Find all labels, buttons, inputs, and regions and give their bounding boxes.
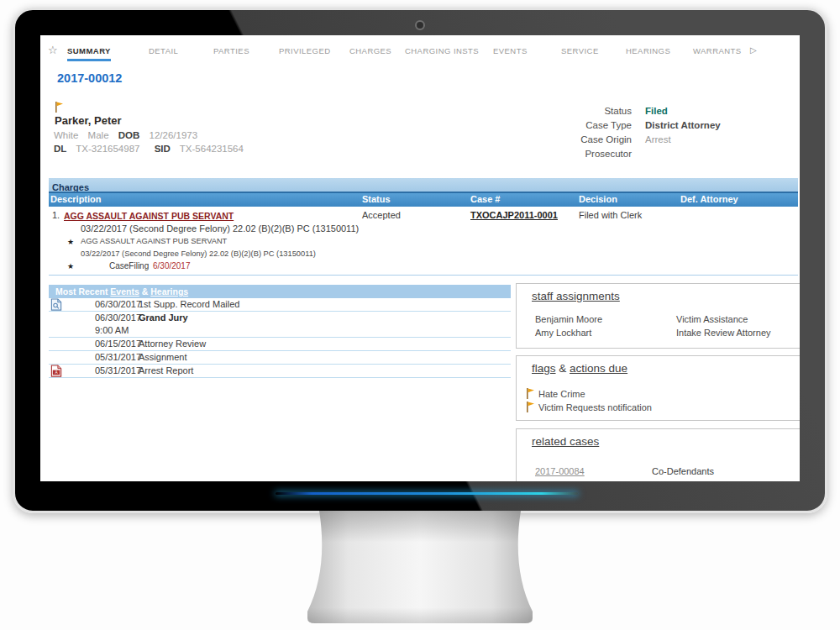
tab-detail[interactable]: DETAIL (149, 46, 178, 55)
monitor-frame: ☆ SUMMARY DETAIL PARTIES PRIVILEGED CHAR… (13, 8, 827, 513)
related-case-number-link[interactable]: 2017-00084 (535, 466, 585, 476)
sub-charge-statute: 03/22/2017 (Second Degree Felony) 22.02 … (81, 249, 316, 258)
defendant-sex: Male (88, 130, 109, 140)
col-status: Status (362, 194, 391, 204)
favorite-star-icon[interactable]: ☆ (48, 44, 58, 56)
charges-table-row: 1. AGG ASSAULT AGAINST PUB SERVANT Accep… (49, 207, 798, 276)
event-date: 06/15/2017 (95, 339, 141, 349)
recent-events-panel: Most Recent Events & Hearings 06/30/2017… (49, 285, 511, 378)
charge-description-link[interactable]: AGG ASSAULT AGAINST PUB SERVANT (64, 211, 234, 221)
flag-icon (526, 388, 535, 399)
staff-role: Victim Assistance (676, 314, 748, 324)
staff-name: Amy Lockhart (535, 328, 591, 338)
tab-parties[interactable]: PARTIES (213, 46, 249, 55)
actions-due-link[interactable]: actions due (570, 362, 627, 375)
prosecutor-label: Prosecutor (494, 147, 632, 161)
related-cases-link[interactable]: related cases (532, 435, 599, 448)
charges-section: Charges Description Status Case # Decisi… (49, 178, 798, 276)
event-date: 05/31/2017 (95, 365, 141, 375)
tab-events[interactable]: EVENTS (493, 46, 528, 55)
sid-value: TX-564231564 (180, 144, 244, 154)
staff-assignments-title: staff assignments (532, 290, 620, 302)
defendant-demographics: White Male DOB 12/26/1973 (54, 130, 197, 140)
flag-label: Victim Requests notification (538, 402, 652, 412)
case-filing-date: 6/30/2017 (153, 261, 191, 270)
dl-label: DL (54, 144, 66, 154)
hearings-link[interactable]: Hearings (150, 286, 188, 297)
dl-value: TX-321654987 (76, 144, 139, 154)
power-glow-strip (276, 492, 578, 495)
monitor-stand (290, 511, 550, 630)
col-description: Description (50, 194, 102, 204)
defendant-race: White (54, 130, 78, 140)
case-origin-label: Case Origin (494, 133, 632, 147)
status-label: Status (494, 104, 632, 118)
flag-item: Hate Crime (526, 388, 585, 399)
case-type-value: District Attorney (645, 118, 800, 133)
sid-label: SID (155, 144, 171, 154)
tab-charging-insts[interactable]: CHARGING INSTS (405, 46, 479, 55)
related-cases-title: related cases (532, 435, 599, 448)
event-date: 06/30/2017 (95, 312, 141, 323)
dob-value: 12/26/1973 (150, 130, 198, 140)
tab-warrants[interactable]: WARRANTS (693, 46, 742, 55)
star-bullet-icon: ★ (67, 262, 74, 270)
case-type-label: Case Type (494, 118, 632, 133)
events-header-prefix: Most Recent (55, 286, 110, 297)
event-row: 06/15/2017 Attorney Review (49, 338, 511, 351)
case-detail-fields: Status Filed Case Type District Attorney… (494, 104, 800, 161)
charges-section-bar: Charges (49, 178, 798, 192)
event-time: 9:00 AM (95, 325, 129, 335)
event-label: Assignment (139, 352, 186, 362)
tab-service[interactable]: SERVICE (561, 46, 599, 55)
col-def-attorney: Def. Attorney (680, 194, 738, 204)
document-search-icon[interactable] (50, 298, 62, 312)
event-row: 05/31/2017 Assignment (49, 351, 511, 365)
tab-privileged[interactable]: PRIVILEGED (279, 46, 331, 55)
events-header-separator: & (139, 286, 150, 297)
tab-scroll-right-icon[interactable]: ▷ (750, 45, 757, 55)
charges-table-header: Description Status Case # Decision Def. … (49, 192, 798, 207)
tab-summary[interactable]: SUMMARY (67, 46, 111, 61)
flags-link[interactable]: flags (532, 362, 556, 375)
events-link[interactable]: Events (110, 286, 139, 297)
col-case-number: Case # (470, 194, 500, 204)
sub-charge-description: AGG ASSAULT AGAINST PUB SERVANT (81, 237, 227, 245)
flags-actions-title: flags & actions due (532, 362, 627, 375)
defendant-name: Parker, Peter (55, 114, 122, 127)
event-row: A 05/31/2017 Arrest Report (49, 365, 511, 378)
pdf-document-icon[interactable]: A (50, 365, 62, 379)
charge-decision: Filed with Clerk (579, 210, 642, 220)
tab-hearings[interactable]: HEARINGS (626, 46, 670, 55)
case-filing-label: CaseFiling (109, 261, 149, 270)
charge-case-number-link[interactable]: TXOCAJP2011-0001 (470, 210, 558, 220)
event-date: 06/30/2017 (95, 299, 141, 309)
prosecutor-value (645, 147, 800, 161)
staff-assignments-link[interactable]: staff assignments (532, 290, 620, 302)
events-panel-header: Most Recent Events & Hearings (49, 285, 511, 298)
event-label: Grand Jury (139, 312, 188, 323)
related-case-relationship: Co-Defendants (652, 466, 714, 476)
case-number-heading: 2017-00012 (57, 71, 122, 85)
charge-statute: 03/22/2017 (Second Degree Felony) 22.02 … (81, 223, 359, 234)
flag-label: Hate Crime (538, 389, 585, 399)
case-origin-value: Arrest (645, 133, 800, 147)
event-date: 05/31/2017 (95, 352, 141, 362)
event-row: 06/30/2017 Grand Jury 9:00 AM (49, 312, 511, 338)
flags-title-separator: & (556, 362, 570, 375)
staff-name: Benjamin Moore (535, 314, 602, 324)
star-bullet-icon: ★ (67, 238, 74, 246)
case-summary-window: ☆ SUMMARY DETAIL PARTIES PRIVILEGED CHAR… (40, 35, 800, 481)
flags-actions-panel: flags & actions due Hate Crime Victim Re… (516, 355, 800, 421)
staff-role: Intake Review Attorney (676, 328, 771, 338)
webcam (415, 20, 425, 30)
event-row: 06/30/2017 1st Supp. Record Mailed (49, 298, 511, 312)
flag-item: Victim Requests notification (526, 402, 652, 412)
charge-status: Accepted (362, 210, 401, 220)
event-label: 1st Supp. Record Mailed (139, 299, 239, 309)
event-label: Arrest Report (139, 365, 193, 375)
related-cases-panel: related cases 2017-00084 Co-Defendants (516, 428, 800, 481)
tab-charges[interactable]: CHARGES (349, 46, 391, 55)
dob-label: DOB (118, 130, 140, 140)
charge-row-number: 1. (52, 210, 60, 220)
